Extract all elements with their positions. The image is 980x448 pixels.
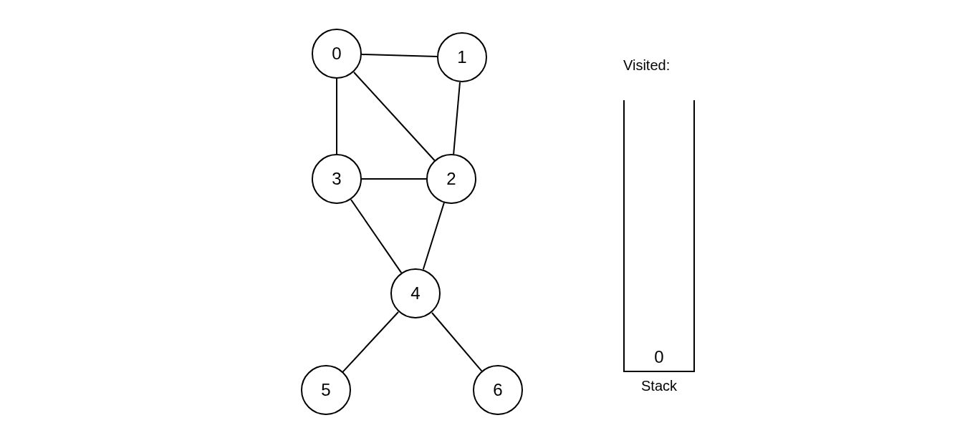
graph-edge-0-1 (362, 54, 437, 57)
graph-node-6: 6 (473, 365, 523, 415)
stack-left-wall (623, 100, 625, 372)
graph-node-3: 3 (312, 154, 362, 204)
stack-label: Stack (623, 378, 695, 394)
graph-edge-0-3 (336, 79, 337, 154)
graph-edge-3-4 (350, 199, 402, 273)
stack-item-0: 0 (623, 347, 695, 367)
graph-edge-4-6 (431, 312, 482, 371)
graph-node-1: 1 (437, 32, 487, 82)
visited-label: Visited: (623, 57, 670, 74)
graph-node-0: 0 (312, 29, 362, 79)
graph-edge-0-2 (353, 72, 435, 161)
graph-edge-4-5 (342, 311, 399, 372)
stack-bottom-wall (623, 371, 695, 372)
graph-node-2: 2 (426, 154, 476, 204)
graph-edge-1-2 (453, 82, 461, 154)
graph-diagram: 0123456 (258, 29, 544, 429)
graph-edge-2-3 (362, 178, 426, 180)
stack-right-wall (693, 100, 695, 372)
graph-edge-2-4 (422, 203, 444, 270)
stack-diagram: 0 Stack (623, 100, 695, 401)
graph-node-4: 4 (390, 268, 441, 318)
graph-node-5: 5 (301, 365, 351, 415)
